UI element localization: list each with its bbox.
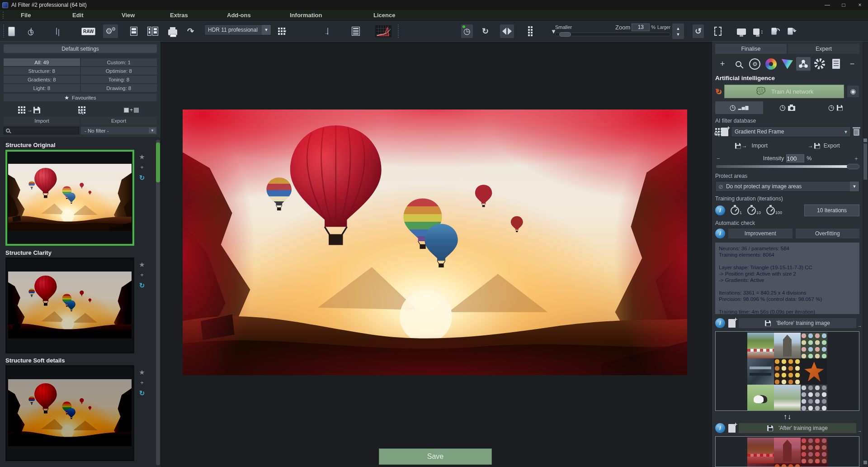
info-icon[interactable]: i — [715, 205, 725, 215]
magnifier-tool-icon[interactable] — [731, 57, 746, 71]
list-item[interactable]: Structure Clarity ★ + ↻ — [5, 249, 160, 353]
menu-view[interactable]: View — [122, 12, 135, 19]
category-drawing[interactable]: Drawing: 8 — [81, 84, 157, 92]
after-training-image-preview[interactable] — [715, 436, 859, 467]
stopwatch-1-icon[interactable]: 1 — [731, 206, 742, 215]
export-filter-button[interactable]: → Export — [788, 140, 860, 151]
preset-thumbnail-structure-soft-details[interactable] — [5, 365, 134, 461]
optimise-gear-icon[interactable]: ⚙ — [748, 57, 762, 71]
category-all[interactable]: All: 49 — [4, 58, 80, 66]
add-tool-icon[interactable]: + — [715, 57, 730, 71]
flip-horizontal-icon[interactable] — [500, 24, 514, 38]
redo-icon[interactable]: ↻ — [482, 24, 489, 38]
favourite-star-icon[interactable]: ★ — [139, 369, 145, 376]
report-document-icon[interactable] — [829, 57, 843, 71]
preset-thumbnail-structure-clarity[interactable] — [5, 257, 134, 353]
before-training-image-button[interactable]: 'Before' training image — [739, 318, 856, 328]
menu-add-ons[interactable]: Add-ons — [227, 12, 251, 19]
rotate-canvas-icon[interactable]: ↺ — [693, 24, 704, 38]
after-training-image-button[interactable]: 'After' training image — [739, 423, 856, 433]
stopwatch-10-icon[interactable]: 10 — [747, 206, 761, 215]
ai-filter-dropdown[interactable]: Gradient Red Frame ▼ — [731, 126, 851, 137]
default-settings-button[interactable]: Default settings — [4, 44, 157, 53]
delete-filter-icon[interactable] — [854, 129, 859, 136]
preview-eye-icon[interactable]: ◉ — [847, 85, 859, 98]
histogram-icon[interactable] — [375, 24, 392, 38]
import-presets-button[interactable]: → — [4, 106, 55, 114]
zoom-step-up-icon[interactable]: ▲ — [676, 26, 680, 31]
menu-edit[interactable]: Edit — [72, 12, 84, 19]
close-button[interactable]: × — [852, 0, 868, 10]
menu-licence[interactable]: Licence — [373, 12, 395, 19]
category-optimise[interactable]: Optimise: 8 — [81, 67, 157, 75]
layout-dropdown-icon[interactable]: ▼ — [278, 24, 287, 38]
retrain-cycle-icon[interactable]: ↻ — [715, 87, 722, 96]
timer-icon[interactable]: ◷ — [461, 24, 473, 38]
info-icon[interactable]: i — [715, 423, 725, 433]
crop-icon[interactable] — [714, 24, 722, 38]
zoom-step-down-icon[interactable]: ▼ — [676, 32, 680, 37]
batch-report-icon[interactable] — [56, 24, 57, 38]
maximize-button[interactable]: □ — [835, 0, 852, 10]
scroll-up-arrow[interactable] — [863, 138, 867, 142]
category-custom[interactable]: Custom: 1 — [81, 58, 157, 66]
import-label[interactable]: Import — [4, 117, 80, 125]
scroll-down-arrow[interactable] — [863, 461, 867, 464]
preset-list-scrollbar[interactable] — [156, 140, 160, 465]
overfitting-button[interactable]: Overfitting — [796, 229, 860, 238]
intensity-slider-handle[interactable] — [847, 164, 859, 169]
refresh-preset-icon[interactable]: ↻ — [139, 282, 145, 289]
training-statistics-button[interactable]: ◷ ▂▅▇ — [715, 101, 763, 114]
zoom-slider[interactable] — [555, 33, 670, 36]
zoom-value-input[interactable] — [632, 24, 650, 31]
iterations-button[interactable]: 10 Iterations — [804, 205, 859, 216]
history-icon[interactable]: ◷ — [31, 24, 32, 38]
intensity-value-input[interactable] — [786, 154, 804, 162]
split-view-icon[interactable] — [147, 24, 158, 38]
add-preset-icon[interactable]: + — [140, 380, 144, 386]
post-processing-dropdown[interactable]: HDR 11 professional ▼ — [204, 24, 271, 35]
new-file-icon[interactable] — [8, 24, 15, 38]
preset-search-input[interactable] — [12, 128, 77, 133]
color-wheel-icon[interactable] — [764, 57, 778, 71]
intensity-slider[interactable] — [715, 164, 859, 169]
add-preset-icon[interactable]: + — [140, 164, 144, 170]
train-ai-network-button[interactable]: Train AI network — [724, 85, 844, 98]
favourite-star-icon[interactable]: ★ — [139, 261, 145, 268]
category-toning[interactable]: Toning: 8 — [81, 76, 157, 83]
detach-panel-icon[interactable] — [528, 24, 533, 38]
save-button[interactable]: Save — [379, 448, 492, 465]
filter-presets-button[interactable] — [55, 106, 106, 114]
share-icon[interactable]: ↷ — [187, 24, 194, 38]
list-item[interactable]: Structure Soft details ★ + ↻ — [5, 357, 160, 461]
info-icon[interactable]: i — [715, 318, 725, 328]
zoom-slider-handle[interactable] — [559, 32, 571, 37]
combine-presets-button[interactable]: + — [106, 107, 157, 113]
add-image-icon[interactable] — [728, 424, 736, 433]
add-image-icon[interactable] — [728, 319, 736, 328]
ai-panel-scrollbar[interactable] — [863, 42, 868, 467]
favourites-button[interactable]: ★ Favourites — [4, 94, 157, 101]
stopwatch-100-icon[interactable]: 100 — [766, 206, 782, 215]
import-filter-button[interactable]: → Import — [715, 140, 788, 151]
protect-areas-dropdown[interactable]: ⊘ Do not protect any image areas ▼ — [715, 181, 859, 192]
refresh-preset-icon[interactable]: ↻ — [139, 390, 145, 396]
category-light[interactable]: Light: 8 — [4, 84, 80, 92]
monitor-icon[interactable] — [737, 24, 746, 38]
film-strip-icon[interactable] — [352, 24, 360, 38]
add-filter-icon[interactable] — [721, 128, 728, 136]
favourite-star-icon[interactable]: ★ — [139, 153, 145, 160]
intensity-plus[interactable]: + — [853, 155, 859, 162]
menu-information[interactable]: Information — [290, 12, 322, 19]
resize-icon[interactable]: ↕ — [753, 24, 764, 38]
edited-image-preview[interactable] — [183, 110, 687, 375]
raw-import-icon[interactable]: RAW — [81, 24, 95, 38]
rotate-right-icon[interactable]: ↷ — [788, 24, 796, 38]
tab-expert[interactable]: Expert — [788, 44, 859, 54]
training-snapshot-button[interactable]: ◷ — [763, 101, 811, 114]
export-image-icon[interactable]: → — [327, 24, 328, 38]
refresh-preset-icon[interactable]: ↻ — [139, 174, 145, 181]
add-preset-icon[interactable]: + — [140, 272, 144, 278]
intensity-minus[interactable]: − — [715, 155, 722, 162]
color-space-icon[interactable] — [780, 57, 795, 71]
